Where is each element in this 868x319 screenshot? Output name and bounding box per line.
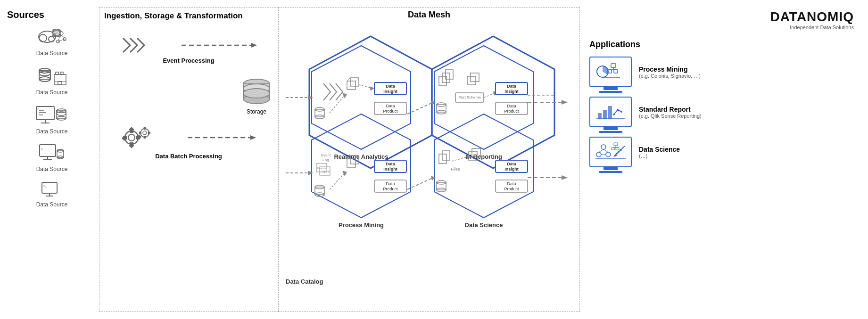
svg-line-6	[61, 35, 65, 38]
source-label-1: Data Source	[36, 50, 68, 57]
svg-point-177	[620, 111, 622, 113]
app-text-1: Process Mining (e.g. Celonis, Signavio, …	[639, 65, 701, 79]
svg-text:Realtime Analytics: Realtime Analytics	[334, 153, 388, 160]
svg-text:BI Reporting: BI Reporting	[465, 153, 502, 160]
svg-rect-64	[148, 132, 150, 134]
app-name-3: Data Science	[639, 146, 680, 153]
batch-processing-label: Data Batch Processing	[155, 153, 222, 160]
svg-text:Product: Product	[504, 187, 519, 191]
app-desc-3: (…)	[639, 153, 680, 159]
svg-rect-17	[56, 72, 58, 74]
svg-point-188	[620, 149, 622, 151]
section-applications: DATANOMIQ Independent Data Solutions App…	[580, 5, 863, 314]
svg-marker-89	[370, 86, 374, 91]
gear-icon-batch	[121, 124, 154, 150]
svg-marker-159	[308, 171, 313, 175]
app-icon-standard-report	[594, 101, 627, 123]
svg-rect-170	[614, 70, 618, 73]
app-monitor-1	[589, 57, 632, 87]
app-icon-process-mining	[594, 61, 627, 82]
svg-text:Product: Product	[383, 187, 398, 191]
svg-rect-62	[143, 127, 146, 130]
svg-line-86	[355, 78, 359, 81]
svg-point-189	[616, 153, 618, 155]
svg-marker-68	[309, 36, 432, 168]
svg-text:Data: Data	[507, 181, 516, 186]
section-ingestion: Ingestion, Storage & Transformation	[99, 7, 278, 312]
datamesh-title: Data Mesh	[281, 10, 577, 20]
source-item-5: >_ Data Source	[36, 181, 68, 208]
svg-rect-137	[442, 151, 450, 160]
svg-point-31	[57, 112, 66, 115]
svg-text:Files: Files	[451, 167, 460, 172]
svg-rect-136	[439, 154, 446, 164]
app-monitor-3	[589, 137, 632, 167]
svg-rect-16	[54, 74, 66, 85]
svg-text:Insight: Insight	[504, 89, 519, 94]
svg-text:Objects: Objects	[321, 170, 330, 173]
svg-point-1	[39, 34, 47, 42]
svg-line-105	[330, 173, 345, 189]
event-processing-label: Event Processing	[163, 57, 214, 64]
ingestion-content: Event Processing Storage	[104, 12, 273, 307]
svg-text:Data Science: Data Science	[465, 221, 503, 229]
svg-text:Data: Data	[386, 162, 396, 166]
svg-rect-166	[611, 64, 616, 67]
source-item-1: Data Source	[35, 25, 68, 57]
svg-point-175	[613, 114, 615, 115]
svg-text:Data: Data	[507, 84, 517, 89]
hexagon-area: Realtime Analytics Process Mining BI Rep…	[281, 22, 577, 295]
svg-rect-193	[612, 147, 615, 150]
source-item-4: >_ Data Source	[36, 143, 68, 172]
source-label-2: Data Source	[36, 89, 68, 96]
svg-text:Data: Data	[386, 181, 395, 186]
app-item-1: Process Mining (e.g. Celonis, Signavio, …	[589, 57, 854, 87]
svg-point-186	[615, 155, 617, 156]
brand: DATANOMIQ Independent Data Solutions	[589, 9, 854, 30]
source-icon-5: >_	[41, 181, 62, 200]
svg-text:Insight: Insight	[383, 167, 397, 172]
source-icon-2	[35, 65, 68, 88]
svg-text:Data: Data	[386, 84, 396, 89]
svg-text:Data: Data	[507, 162, 517, 166]
section-datamesh: Data Mesh Realtime Analytics	[278, 7, 580, 312]
svg-line-85	[347, 78, 350, 81]
svg-line-162	[407, 178, 433, 189]
app-text-2: Standard Report (e.g. Qlik Sense Reporti…	[639, 106, 702, 119]
svg-text:Event: Event	[321, 153, 331, 157]
svg-point-181	[606, 152, 611, 157]
source-label-5: Data Source	[36, 201, 68, 208]
brand-sub: Independent Data Solutions	[790, 25, 854, 30]
svg-marker-106	[342, 171, 347, 176]
svg-point-61	[143, 131, 147, 135]
source-icon-3: >_	[35, 104, 68, 127]
svg-text:Insight: Insight	[383, 89, 397, 94]
sources-title: Sources	[7, 9, 44, 20]
source-label-4: Data Source	[36, 166, 68, 172]
app-name-2: Standard Report	[639, 106, 702, 113]
svg-rect-194	[616, 147, 619, 150]
svg-marker-163	[431, 176, 436, 180]
svg-rect-173	[603, 110, 607, 119]
source-icon-1	[35, 25, 68, 49]
svg-text:Data: Data	[386, 104, 395, 108]
source-icon-4: >_	[39, 143, 65, 164]
svg-text:Log: Log	[322, 158, 329, 162]
svg-text:>_: >_	[37, 107, 41, 111]
app-desc-1: (e.g. Celonis, Signavio, …)	[639, 73, 701, 79]
svg-rect-127	[467, 76, 476, 85]
app-item-2: Standard Report (e.g. Qlik Sense Reporti…	[589, 97, 854, 127]
svg-point-176	[617, 109, 619, 111]
svg-text:Data Catalog: Data Catalog	[286, 278, 323, 285]
svg-rect-190	[614, 143, 618, 146]
app-desc-2: (e.g. Qlik Sense Reporting)	[639, 113, 702, 119]
svg-point-51	[128, 134, 135, 141]
svg-rect-174	[608, 106, 612, 119]
svg-text:Process Mining: Process Mining	[339, 221, 384, 229]
brand-name: DATANOMIQ	[770, 9, 854, 25]
app-monitor-2	[589, 97, 632, 127]
svg-rect-20	[58, 82, 62, 85]
svg-text:>_: >_	[43, 184, 47, 188]
source-label-3: Data Source	[36, 128, 68, 135]
svg-text:Product: Product	[504, 109, 519, 114]
